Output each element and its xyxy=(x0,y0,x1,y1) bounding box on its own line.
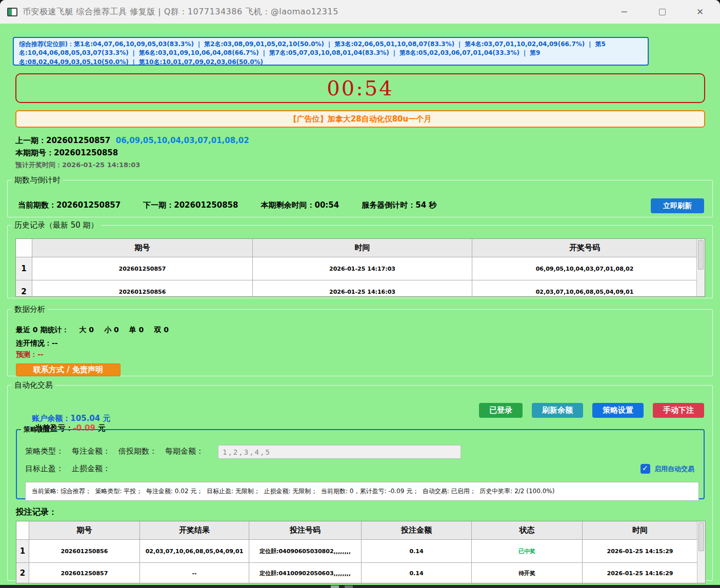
group-history: 历史记录（最新 50 期） 期号 时间 开奖号码 1 202601250857 … xyxy=(7,220,713,298)
history-header-row: 期号 时间 开奖号码 xyxy=(16,239,705,257)
history-cell-time: 2026-01-25 14:17:03 xyxy=(253,257,472,280)
bet-row[interactable]: 1 202601250856 02,03,07,10,06,08,05,04,0… xyxy=(16,540,705,563)
contact-disclaimer-button[interactable]: 联系方式 / 免责声明 xyxy=(16,363,121,376)
strategy-row-2: 目标止盈： 止损金额： xyxy=(25,464,110,474)
group-auto-trade: 自动化交易 账户余额：105.04 元 当前盈亏：-0.09 元 已登录 刷新余… xyxy=(7,380,713,581)
strategy-settings-button[interactable]: 策略设置 xyxy=(592,403,644,418)
strategy-panel: 策略设置 策略类型： 每注金额： 倍投期数： 每期金额： 目标止盈： 止损金额：… xyxy=(16,425,705,499)
history-scrollbar[interactable] xyxy=(696,239,705,296)
group-period-countdown-title: 期数与倒计时 xyxy=(12,175,63,185)
remaining-time-text: 本期剩余时间：00:54 xyxy=(261,200,339,210)
ad-banner: 【广告位】加拿大28自动化仅80u一个月 xyxy=(15,110,705,128)
current-issue-line: 本期期号：202601250858 xyxy=(15,148,118,158)
group-analysis: 数据分析 最近 0 期统计： 大 0 小 0 单 0 双 0 连开情况：-- 预… xyxy=(7,305,713,376)
maximize-icon xyxy=(659,9,666,15)
bet-row[interactable]: 2 202601250857 -- 定位胆:04100902050603,,,,… xyxy=(16,563,705,583)
analysis-stat-small: 小 0 xyxy=(104,326,119,335)
manual-bet-button[interactable]: 手动下注 xyxy=(653,403,704,418)
taskbar-app-icon[interactable] xyxy=(331,585,339,588)
action-buttons: 已登录 刷新余额 策略设置 手动下注 xyxy=(479,403,704,418)
strategy-panel-title: 策略设置 xyxy=(21,425,53,434)
bets-col-status[interactable]: 状态 xyxy=(472,521,583,540)
taskbar-app-icon[interactable] xyxy=(345,585,353,588)
auto-trade-checkbox-label: 启用自动交易 xyxy=(654,464,694,474)
bets-table: 期号 开奖结果 投注号码 投注金额 状态 时间 1 202601250856 0… xyxy=(16,521,706,583)
bet-amount-input[interactable] xyxy=(218,445,461,459)
history-cell-issue: 202601250856 xyxy=(32,280,253,297)
checkbox-checked-icon[interactable] xyxy=(641,464,650,474)
prev-issue-numbers: 06,09,05,10,04,03,07,01,08,02 xyxy=(116,136,249,145)
prev-issue-label: 上一期： xyxy=(15,136,46,145)
close-button[interactable]: ✕ xyxy=(692,4,708,19)
bet-cell-amount: 0.14 xyxy=(362,540,472,563)
bet-cell-time: 2026-01-25 14:16:29 xyxy=(583,563,698,583)
bet-cell-numbers: 定位胆:04100902050603,,,,,,,, xyxy=(249,563,362,583)
bet-cell-status: 待开奖 xyxy=(472,563,583,583)
strategy-row-1: 策略类型： 每注金额： 倍投期数： 每期金额： xyxy=(25,447,204,456)
next-period-text: 下一期：202601250858 xyxy=(143,200,238,210)
bet-cell-result: 02,03,07,10,06,08,05,04,09,01 xyxy=(140,540,249,563)
per-period-amount-label: 每期金额： xyxy=(165,447,204,456)
analysis-stats-label: 最近 0 期统计： xyxy=(16,326,69,335)
countdown-box: 00:54 xyxy=(15,73,705,103)
bet-cell-issue: 202601250857 xyxy=(29,563,140,583)
history-col-time[interactable]: 时间 xyxy=(253,239,472,257)
history-row[interactable]: 2 202601250856 2026-01-25 14:16:03 02,03… xyxy=(16,280,705,297)
bets-corner-cell xyxy=(16,521,29,540)
ad-banner-text: 【广告位】加拿大28自动化仅80u一个月 xyxy=(289,114,431,124)
refresh-now-button[interactable]: 立即刷新 xyxy=(651,198,704,213)
history-row[interactable]: 1 202601250857 2026-01-25 14:17:03 06,09… xyxy=(16,257,705,280)
maximize-button[interactable] xyxy=(654,4,670,19)
analysis-stat-odd: 单 0 xyxy=(129,326,144,335)
draw-time-line: 预计开奖时间：2026-01-25 14:18:03 xyxy=(15,160,140,170)
group-auto-trade-title: 自动化交易 xyxy=(12,380,55,390)
history-col-issue[interactable]: 期号 xyxy=(32,239,253,257)
bets-col-issue[interactable]: 期号 xyxy=(29,521,140,540)
balance-text: 账户余额：105.04 元 xyxy=(32,414,110,423)
per-bet-amount-label: 每注金额： xyxy=(72,447,110,456)
analysis-stat-even: 双 0 xyxy=(154,326,169,335)
analysis-prediction-line: 预测：-- xyxy=(16,350,44,359)
bet-cell-status: 已中奖 xyxy=(472,540,583,563)
history-scrollbar-thumb[interactable] xyxy=(698,240,704,270)
bets-col-time[interactable]: 时间 xyxy=(583,521,698,540)
prev-issue-line: 上一期：202601250857 06,09,05,10,04,03,07,01… xyxy=(15,136,249,146)
bets-scrollbar[interactable] xyxy=(697,521,705,583)
recommendation-banner: 综合推荐(定位胆)：第1名:04,07,06,10,09,05,03(83.3%… xyxy=(13,37,649,66)
take-profit-label: 目标止盈： xyxy=(25,464,64,474)
bets-scrollbar-thumb[interactable] xyxy=(698,522,704,551)
group-analysis-title: 数据分析 xyxy=(12,305,48,314)
bets-title: 投注记录： xyxy=(16,507,57,518)
bets-col-result[interactable]: 开奖结果 xyxy=(140,521,249,540)
period-countdown-row: 当前期数：202601250857 下一期：202601250858 本期剩余时… xyxy=(18,200,436,210)
history-cell-issue: 202601250857 xyxy=(32,257,253,280)
prev-issue-value: 202601250857 xyxy=(46,136,116,145)
refresh-balance-button[interactable]: 刷新余额 xyxy=(532,403,583,418)
bet-row-number: 2 xyxy=(16,563,29,583)
bets-col-amount[interactable]: 投注金额 xyxy=(362,521,472,540)
bet-cell-result: -- xyxy=(140,563,249,583)
window-controls: ─ ✕ xyxy=(616,4,713,19)
auto-trade-toggle[interactable]: 启用自动交易 xyxy=(641,464,694,474)
strategy-status-bar: 当前策略: 综合推荐； 策略类型: 平投； 每注金额: 0.02 元； 目标止盈… xyxy=(25,482,699,501)
app-icon xyxy=(7,8,17,16)
login-status-button[interactable]: 已登录 xyxy=(479,403,523,418)
group-period-countdown: 期数与倒计时 当前期数：202601250857 下一期：20260125085… xyxy=(7,175,713,217)
analysis-streak-line: 连开情况：-- xyxy=(16,339,58,348)
history-col-numbers[interactable]: 开奖号码 xyxy=(472,239,697,257)
history-table: 期号 时间 开奖号码 1 202601250857 2026-01-25 14:… xyxy=(15,238,705,297)
current-period-text: 当前期数：202601250857 xyxy=(18,200,121,210)
history-cell-numbers: 06,09,05,10,04,03,07,01,08,02 xyxy=(472,257,697,280)
strategy-type-label: 策略类型： xyxy=(25,447,64,456)
bet-cell-numbers: 定位胆:04090605030802,,,,,,,, xyxy=(249,540,362,563)
app-window: 币安极速飞艇 综合推荐工具 修复版 | Q群：1077134386 飞机：@la… xyxy=(0,0,720,585)
window-title: 币安极速飞艇 综合推荐工具 修复版 | Q群：1077134386 飞机：@la… xyxy=(23,7,338,17)
minimize-button[interactable]: ─ xyxy=(616,4,632,19)
taskbar-sliver xyxy=(0,585,720,588)
bets-col-numbers[interactable]: 投注号码 xyxy=(249,521,362,540)
group-history-title: 历史记录（最新 50 期） xyxy=(12,220,101,230)
analysis-stat-big: 大 0 xyxy=(79,326,94,335)
history-row-number: 1 xyxy=(16,257,32,280)
history-row-number: 2 xyxy=(16,280,32,297)
server-countdown-text: 服务器倒计时：54 秒 xyxy=(362,200,436,210)
